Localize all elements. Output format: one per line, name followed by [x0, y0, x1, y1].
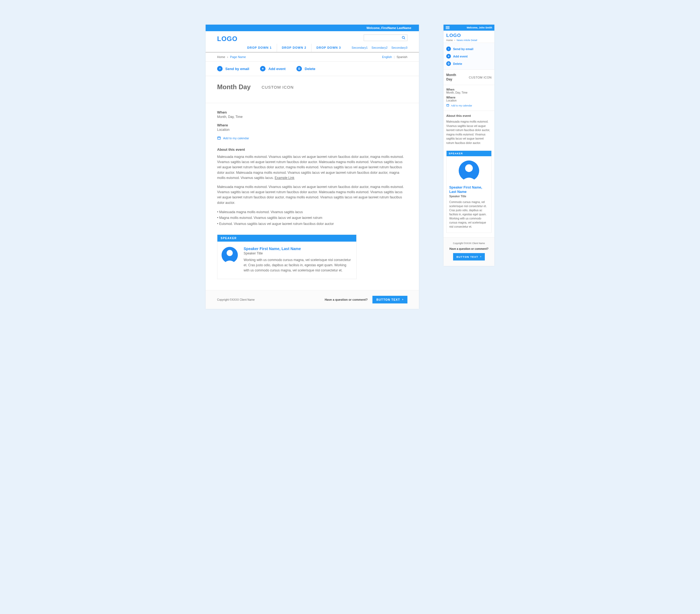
send-label: Send by email — [453, 47, 473, 51]
example-link[interactable]: Example Link — [275, 176, 295, 180]
mobile-topbar: Welcome, John Smith — [443, 25, 495, 30]
mobile-header: LOGO Home › News Article Detail — [443, 30, 495, 43]
breadcrumb-page[interactable]: News Article Detail — [457, 39, 477, 41]
calendar-icon — [446, 104, 449, 107]
add-to-calendar-link[interactable]: Add to my calendar — [217, 136, 408, 140]
mobile-title-area: Month Day CUSTOM ICON — [443, 70, 495, 85]
lang-english[interactable]: English — [382, 55, 392, 59]
delete-button[interactable]: Delete — [297, 66, 315, 71]
send-by-email-button[interactable]: Send by email — [446, 45, 492, 52]
cta-label: BUTTON TEXT — [376, 298, 400, 301]
bullet-text: Malesuada magna mollis euismod. Vivamus … — [219, 210, 303, 214]
bullet-list: • Malesuada magna mollis euismod. Vivamu… — [217, 209, 408, 227]
copyright: Copyright ©XXXX Client Name — [446, 242, 492, 245]
bullet-text: Magna mollis euismod. Vivamus sagittis l… — [219, 216, 322, 220]
calendar-link-label: Add to my calendar — [223, 136, 249, 140]
avatar — [458, 160, 479, 181]
lang-sep: | — [394, 55, 395, 59]
breadcrumb: Home › Page Name — [217, 55, 246, 59]
where-field: Where Location — [217, 123, 408, 132]
chevron-right-icon — [217, 66, 223, 71]
about-text: Malesuada magna mollis euismod. Vivamus … — [446, 120, 492, 145]
secondary-link-2[interactable]: Secondary2 — [372, 46, 388, 49]
speaker-bio: Working with us commodo cursus magna, ve… — [243, 257, 352, 273]
avatar — [221, 247, 238, 263]
breadcrumb-page[interactable]: Page Name — [230, 55, 246, 59]
bullet-text: Euismod. Vivamus sagittis lacus vel augu… — [219, 222, 334, 226]
send-by-email-button[interactable]: Send by email — [217, 66, 249, 71]
where-value: Location — [446, 99, 492, 102]
when-label: When — [217, 110, 408, 114]
breadcrumb-home[interactable]: Home — [446, 39, 453, 41]
delete-button[interactable]: Delete — [446, 60, 492, 67]
logo[interactable]: LOGO — [446, 33, 492, 38]
mobile-frame: Welcome, John Smith LOGO Home › News Art… — [443, 25, 495, 266]
footer-question: Have a question or comment? — [446, 247, 492, 250]
nav-row: DROP DOWN 1 DROP DOWN 2 DROP DOWN 3 Seco… — [217, 44, 408, 52]
page-actions: Send by email Add event Delete — [205, 62, 419, 76]
add-event-button[interactable]: Add event — [446, 52, 492, 60]
about-paragraph-2: Malesuada magna mollis euismod. Vivamus … — [217, 184, 408, 206]
nav-dropdown-2[interactable]: DROP DOWN 2 — [277, 44, 312, 52]
svg-rect-12 — [447, 104, 449, 106]
speaker-bio: Commodo cursus magna, vel scelerisque ni… — [449, 200, 489, 229]
delete-label: Delete — [453, 62, 462, 65]
cta-label: BUTTON TEXT — [457, 255, 478, 258]
speaker-heading: SPEAKER — [447, 151, 491, 156]
secondary-nav: Secondary1 Secondary2 Secondary3 — [352, 46, 408, 52]
mobile-footer: Copyright ©XXXX Client Name Have a quest… — [443, 237, 495, 266]
about-heading: About this event — [446, 114, 492, 118]
mobile-about: About this event Malesuada magna mollis … — [443, 111, 495, 149]
mobile-fields: When Month, Day, Time Where Location Add… — [443, 85, 495, 111]
svg-point-17 — [465, 164, 473, 172]
plus-icon — [260, 66, 265, 71]
footer-cta-button[interactable]: BUTTON TEXT — [372, 296, 408, 304]
title-area: Month Day CUSTOM ICON — [205, 76, 419, 103]
welcome-text: Welcome, FirstName LastName — [366, 26, 411, 29]
hamburger-icon[interactable] — [446, 26, 450, 29]
when-label: When — [446, 88, 492, 91]
delete-label: Delete — [304, 67, 315, 71]
add-label: Add event — [453, 55, 467, 58]
add-label: Add event — [268, 67, 286, 71]
custom-icon-placeholder: CUSTOM ICON — [469, 76, 492, 79]
where-label: Where — [446, 96, 492, 99]
about-paragraph-1: Malesuada magna mollis euismod. Vivamus … — [217, 154, 408, 181]
language-selector: English | Spanish — [382, 55, 408, 59]
page-title: Month Day — [446, 73, 463, 82]
search-input[interactable] — [364, 35, 408, 41]
secondary-link-3[interactable]: Secondary3 — [391, 46, 408, 49]
footer: Copyright ©XXXX Client Name Have a quest… — [205, 290, 419, 309]
breadcrumb-home[interactable]: Home — [217, 55, 225, 59]
search-icon[interactable] — [402, 36, 405, 40]
custom-icon-placeholder: CUSTOM ICON — [262, 85, 294, 89]
add-event-button[interactable]: Add event — [260, 66, 286, 71]
breadcrumb-sep: › — [454, 39, 455, 41]
where-value: Location — [217, 128, 408, 132]
breadcrumb-bar: Home › Page Name English | Spanish — [205, 52, 419, 62]
speaker-name: Speaker First Name, Last Name — [243, 247, 352, 251]
nav-dropdown-3[interactable]: DROP DOWN 3 — [311, 44, 346, 52]
send-label: Send by email — [225, 67, 249, 71]
mobile-actions: Send by email Add event Delete — [443, 43, 495, 70]
when-field: When Month, Day, Time — [217, 110, 408, 119]
bullet-item: • Magna mollis euismod. Vivamus sagittis… — [217, 215, 408, 221]
bullet-item: • Malesuada magna mollis euismod. Vivamu… — [217, 209, 408, 215]
page-title: Month Day — [217, 83, 251, 91]
svg-rect-4 — [218, 137, 221, 139]
nav-dropdown-1[interactable]: DROP DOWN 1 — [242, 44, 277, 52]
lang-spanish[interactable]: Spanish — [397, 55, 408, 59]
site-header: LOGO DROP DOWN 1 DROP DOWN 2 DROP DOWN 3… — [205, 31, 419, 52]
about-heading: About this event — [217, 147, 408, 151]
when-value: Month, Day, Time — [217, 115, 408, 119]
footer-cta-button[interactable]: BUTTON TEXT — [453, 253, 485, 260]
chevron-right-icon — [446, 47, 451, 51]
when-value: Month, Day, Time — [446, 91, 492, 94]
where-label: Where — [217, 123, 408, 127]
bullet-item: • Euismod. Vivamus sagittis lacus vel au… — [217, 221, 408, 227]
primary-nav: DROP DOWN 1 DROP DOWN 2 DROP DOWN 3 — [242, 44, 346, 52]
secondary-link-1[interactable]: Secondary1 — [352, 46, 368, 49]
chevron-right-icon — [402, 298, 403, 301]
calendar-link-label: Add to my calendar — [451, 104, 472, 107]
add-to-calendar-link[interactable]: Add to my calendar — [446, 104, 492, 107]
